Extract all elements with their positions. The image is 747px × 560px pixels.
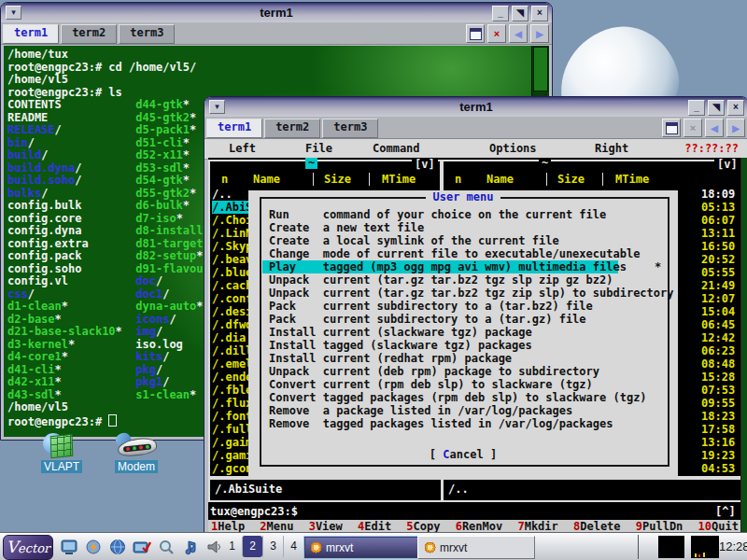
panel-path-tab[interactable]: ~ bbox=[539, 158, 551, 169]
search-launcher-icon[interactable] bbox=[155, 536, 176, 557]
minimize-button[interactable]: _ bbox=[688, 100, 705, 116]
column-header-size[interactable]: Size bbox=[557, 173, 585, 186]
column-header-name[interactable]: Name bbox=[253, 173, 280, 186]
tab-term2[interactable]: term2 bbox=[61, 24, 117, 44]
window-menu-icon[interactable]: ▾ bbox=[6, 6, 21, 20]
panel-toggle-indicator[interactable]: [^] bbox=[715, 505, 736, 518]
panel-corner-marker[interactable]: [v] bbox=[412, 158, 438, 171]
network-monitor-applet[interactable] bbox=[691, 536, 719, 558]
file-row[interactable]: /.cach bbox=[212, 279, 252, 292]
user-menu-item[interactable]: Removea package listed in /var/log/packa… bbox=[269, 404, 572, 417]
workspace-4[interactable]: 4 bbox=[283, 536, 303, 557]
file-row[interactable]: /.dill bbox=[212, 344, 252, 357]
titlebar[interactable]: ▾ term1 _ ◥ × bbox=[1, 3, 552, 22]
desktop-icon-modem[interactable]: Modem bbox=[110, 433, 162, 474]
panel-corner-marker[interactable]: [v] bbox=[714, 158, 740, 171]
terminal-launcher-icon[interactable] bbox=[58, 536, 79, 557]
workspace-2[interactable]: 2 bbox=[242, 536, 262, 557]
file-row[interactable]: /.dfwd bbox=[212, 318, 252, 331]
mc-screen[interactable]: ~[v]nNameSizeMTime~[v]nNameSizeMTime/../… bbox=[208, 158, 741, 536]
energy-launcher-icon[interactable] bbox=[82, 536, 104, 557]
user-menu-item[interactable]: Converttagged packages (rpm deb slp) to … bbox=[269, 391, 647, 404]
tab-term3[interactable]: term3 bbox=[322, 119, 378, 138]
user-menu-item[interactable]: Changemode of current file to executable… bbox=[269, 247, 640, 260]
window-term1-mc[interactable]: ▾ term1 _ ◥ × term1term2term3 × ◀ ▶ ??:?… bbox=[204, 96, 747, 537]
file-row[interactable]: /.. bbox=[212, 188, 233, 201]
maximize-button[interactable]: ◥ bbox=[708, 100, 725, 116]
user-menu-item[interactable]: Playtagged (mp3 ogg mpg avi wmv) multime… bbox=[269, 260, 627, 273]
file-row[interactable]: /.Skyp bbox=[212, 240, 252, 253]
file-row[interactable]: /.ende bbox=[212, 371, 252, 384]
file-row[interactable]: /.LinN bbox=[212, 227, 252, 240]
prev-tab-button[interactable]: ◀ bbox=[509, 24, 528, 43]
close-button[interactable]: × bbox=[531, 6, 548, 21]
user-menu-item[interactable]: Unpackcurrent (tar.gz tar.bz2 tgz slp zi… bbox=[269, 273, 613, 287]
column-header-size[interactable]: Size bbox=[324, 173, 351, 186]
close-tab-button[interactable]: × bbox=[684, 119, 702, 137]
user-menu-item[interactable]: Packcurrent subdirectory to a (tar.bz2) … bbox=[269, 300, 593, 313]
column-header-n[interactable]: n bbox=[455, 173, 461, 186]
tab-term1[interactable]: term1 bbox=[3, 24, 59, 44]
maximize-button[interactable]: ◥ bbox=[512, 6, 529, 21]
column-header-mtime[interactable]: MTime bbox=[615, 173, 649, 186]
file-row[interactable]: /.conf bbox=[212, 292, 252, 305]
music-launcher-icon[interactable] bbox=[179, 536, 201, 557]
file-row[interactable]: /.fble bbox=[212, 384, 252, 397]
scrollbar[interactable] bbox=[740, 158, 747, 536]
file-row[interactable]: /.Choi bbox=[212, 214, 252, 227]
file-row[interactable]: /.dia bbox=[212, 331, 246, 344]
user-menu-item[interactable]: Installcurrent (slackware tgz) package bbox=[269, 326, 532, 339]
mc-menu-left[interactable]: Left bbox=[229, 142, 256, 155]
minimize-button[interactable]: _ bbox=[492, 6, 509, 21]
system-monitor-applet[interactable] bbox=[658, 536, 684, 558]
window-menu-icon[interactable]: ▾ bbox=[209, 100, 225, 114]
new-terminal-button[interactable] bbox=[662, 119, 681, 137]
browser-launcher-icon[interactable] bbox=[106, 536, 128, 557]
taskbar-task-mrxvt[interactable]: mrxvt bbox=[417, 536, 535, 559]
desktop-icon-vlapt[interactable]: VLAPT bbox=[35, 433, 88, 474]
prev-tab-button[interactable]: ◀ bbox=[705, 119, 724, 137]
file-row[interactable]: /.gcon bbox=[212, 462, 252, 475]
column-header-name[interactable]: Name bbox=[486, 173, 514, 186]
column-header-mtime[interactable]: MTime bbox=[382, 173, 416, 186]
mail-launcher-icon[interactable] bbox=[131, 536, 152, 557]
close-tab-button[interactable]: × bbox=[487, 24, 506, 43]
file-row[interactable]: /.font bbox=[212, 410, 252, 423]
file-row[interactable]: /.beav bbox=[212, 253, 252, 266]
taskbar-task-mrxvt-active[interactable]: mrxvt bbox=[303, 536, 427, 559]
file-row[interactable]: /.flux bbox=[212, 397, 252, 410]
tab-term2[interactable]: term2 bbox=[264, 119, 320, 138]
next-tab-button[interactable]: ▶ bbox=[726, 119, 745, 137]
tab-term3[interactable]: term3 bbox=[119, 24, 175, 44]
file-row[interactable]: /.desi bbox=[212, 305, 252, 318]
user-menu-item[interactable]: Packcurrent subdirectory to a (tar.gz) f… bbox=[269, 313, 586, 326]
vector-menu-button[interactable]: Vector bbox=[3, 535, 53, 560]
close-button[interactable]: × bbox=[727, 100, 744, 116]
file-row[interactable]: /.gami bbox=[212, 449, 252, 462]
user-menu-item[interactable]: Unpackcurrent (tar.gz tar.bz2 tgz zip sl… bbox=[269, 287, 673, 300]
mc-menu-options[interactable]: Options bbox=[489, 142, 537, 155]
column-header-n[interactable]: n bbox=[221, 173, 228, 186]
user-menu-item[interactable]: Convertcurrent (rpm deb slp) to slackwar… bbox=[269, 378, 593, 391]
user-menu-item[interactable]: Unpackcurrent (deb rpm) package to subdi… bbox=[269, 365, 599, 378]
user-menu-item[interactable]: Installtagged (slackware tgz) packages bbox=[269, 339, 532, 352]
mc-menu-command[interactable]: Command bbox=[373, 142, 420, 155]
file-row[interactable]: /.gaim bbox=[212, 436, 252, 449]
user-menu-item[interactable]: Runcommand of your choice on the current… bbox=[269, 208, 606, 221]
tab-term1[interactable]: term1 bbox=[206, 119, 262, 138]
next-tab-button[interactable]: ▶ bbox=[530, 24, 549, 43]
user-menu-item[interactable]: Createa new text file bbox=[269, 221, 424, 234]
mc-menu-file[interactable]: File bbox=[305, 142, 332, 155]
workspace-1[interactable]: 1 bbox=[222, 536, 242, 557]
user-menu-item[interactable]: Removetagged packages listed in /var/log… bbox=[269, 417, 613, 430]
new-terminal-button[interactable] bbox=[466, 24, 485, 43]
mc-menu-right[interactable]: Right bbox=[595, 142, 628, 155]
scrollbar-thumb[interactable] bbox=[533, 47, 548, 91]
workspace-3[interactable]: 3 bbox=[262, 536, 283, 557]
user-menu-item[interactable]: Createa local symlink of the current fil… bbox=[269, 234, 559, 247]
file-row[interactable]: /.emel bbox=[212, 357, 252, 371]
cancel-button[interactable]: [ Cancel ] bbox=[248, 448, 678, 461]
panel-path-tab[interactable]: ~ bbox=[305, 158, 317, 169]
user-menu-item[interactable]: Installcurrent (redhat rpm) package bbox=[269, 352, 512, 365]
file-row[interactable]: /.full bbox=[212, 423, 252, 436]
